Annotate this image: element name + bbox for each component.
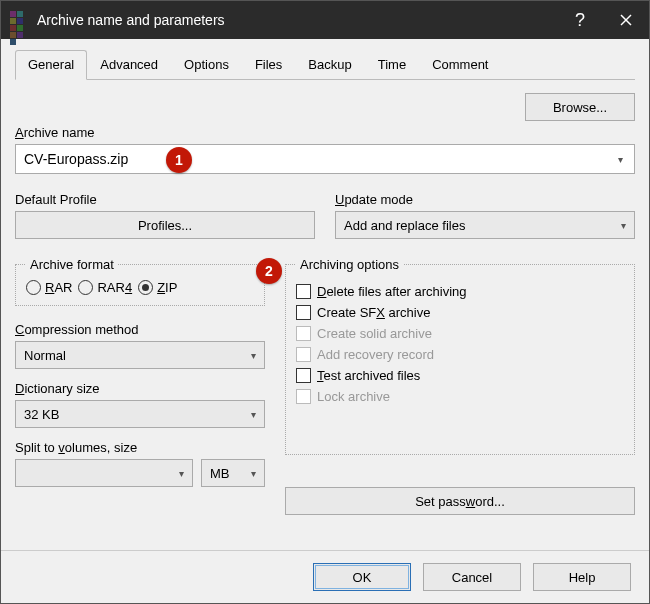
- annotation-1: 1: [166, 147, 192, 173]
- tab-files[interactable]: Files: [242, 50, 295, 79]
- split-unit-select[interactable]: MB ▾: [201, 459, 265, 487]
- update-mode-select[interactable]: Add and replace files ▾: [335, 211, 635, 239]
- ok-button[interactable]: OK: [313, 563, 411, 591]
- chevron-down-icon[interactable]: ▾: [621, 220, 626, 231]
- dictionary-label: Dictionary size: [15, 381, 265, 396]
- chevron-down-icon[interactable]: ▾: [251, 350, 256, 361]
- check-add-recovery-record: Add recovery record: [296, 347, 624, 362]
- help-icon[interactable]: ?: [557, 1, 603, 39]
- dialog-window: Archive name and parameters ? GeneralAdv…: [0, 0, 650, 604]
- tab-time[interactable]: Time: [365, 50, 419, 79]
- set-password-button[interactable]: Set password...: [285, 487, 635, 515]
- check-create-solid-archive: Create solid archive: [296, 326, 624, 341]
- chevron-down-icon[interactable]: ▾: [179, 468, 184, 479]
- update-mode-label: Update mode: [335, 192, 635, 207]
- split-label: Split to volumes, size: [15, 440, 265, 455]
- dictionary-select[interactable]: 32 KB ▾: [15, 400, 265, 428]
- app-icon: [9, 10, 29, 30]
- tab-strip: GeneralAdvancedOptionsFilesBackupTimeCom…: [15, 50, 635, 80]
- titlebar: Archive name and parameters ?: [1, 1, 649, 39]
- default-profile-label: Default Profile: [15, 192, 315, 207]
- radio-rar4[interactable]: RAR4: [78, 280, 132, 295]
- archiving-options-group: Archiving options Delete files after arc…: [285, 257, 635, 455]
- help-button[interactable]: Help: [533, 563, 631, 591]
- radio-rar[interactable]: RAR: [26, 280, 72, 295]
- dialog-body: GeneralAdvancedOptionsFilesBackupTimeCom…: [1, 39, 649, 550]
- close-icon[interactable]: [603, 1, 649, 39]
- archive-name-label: Archive name: [15, 125, 635, 140]
- check-test-archived-files[interactable]: Test archived files: [296, 368, 624, 383]
- archive-name-input[interactable]: ▾ 1: [15, 144, 635, 174]
- archive-format-group: Archive format RARRAR4ZIP 2: [15, 257, 265, 306]
- cancel-button[interactable]: Cancel: [423, 563, 521, 591]
- annotation-2: 2: [256, 258, 282, 284]
- tab-comment[interactable]: Comment: [419, 50, 501, 79]
- check-lock-archive: Lock archive: [296, 389, 624, 404]
- window-title: Archive name and parameters: [37, 12, 557, 28]
- archive-name-field[interactable]: [22, 150, 612, 168]
- chevron-down-icon[interactable]: ▾: [612, 154, 628, 165]
- radio-zip[interactable]: ZIP: [138, 280, 177, 295]
- tab-general[interactable]: General: [15, 50, 87, 80]
- tab-advanced[interactable]: Advanced: [87, 50, 171, 79]
- check-delete-files-after-archiving[interactable]: Delete files after archiving: [296, 284, 624, 299]
- chevron-down-icon[interactable]: ▾: [251, 468, 256, 479]
- archiving-options-label: Archiving options: [296, 257, 403, 272]
- dialog-footer: OK Cancel Help: [1, 550, 649, 603]
- chevron-down-icon[interactable]: ▾: [251, 409, 256, 420]
- tab-options[interactable]: Options: [171, 50, 242, 79]
- compression-label: Compression method: [15, 322, 265, 337]
- tab-backup[interactable]: Backup: [295, 50, 364, 79]
- browse-button[interactable]: Browse...: [525, 93, 635, 121]
- compression-select[interactable]: Normal ▾: [15, 341, 265, 369]
- split-size-select[interactable]: ▾: [15, 459, 193, 487]
- archive-format-label: Archive format: [26, 257, 118, 272]
- profiles-button[interactable]: Profiles...: [15, 211, 315, 239]
- check-create-sfx-archive[interactable]: Create SFX archive: [296, 305, 624, 320]
